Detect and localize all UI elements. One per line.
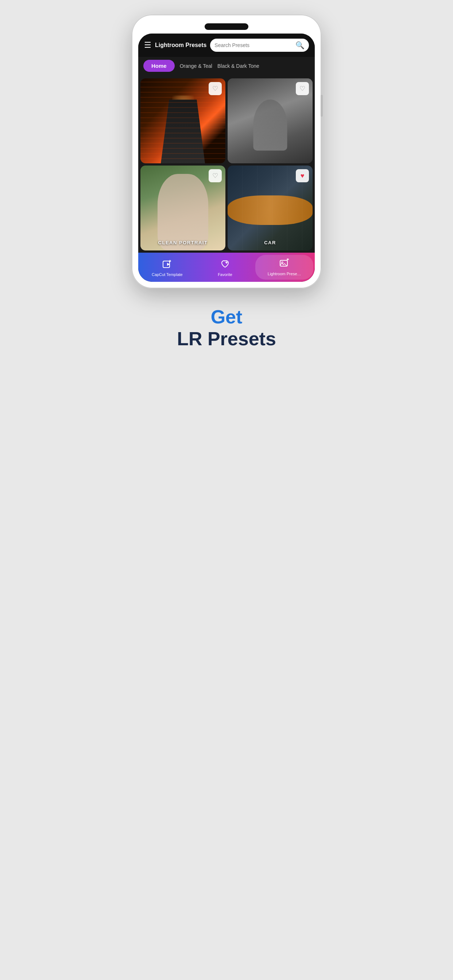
favorite-button-1[interactable]: ♡ bbox=[209, 82, 222, 95]
tab-home[interactable]: Home bbox=[144, 60, 175, 72]
phone-notch bbox=[205, 23, 248, 30]
preset-card-2[interactable]: ♡ bbox=[228, 78, 313, 163]
preset-card-4[interactable]: ♥ CAR bbox=[228, 165, 313, 250]
favorite-button-2[interactable]: ♡ bbox=[296, 82, 309, 95]
promo-section: Get LR Presets bbox=[177, 307, 276, 350]
nav-lightroom[interactable]: Lightroom Prese… bbox=[255, 255, 313, 280]
phone-notch-bar bbox=[138, 21, 315, 32]
heart-icon-1: ♡ bbox=[212, 84, 218, 92]
nav-capcut-label: CapCut Template bbox=[152, 272, 183, 277]
nav-favorite[interactable]: Favorite bbox=[196, 253, 254, 282]
promo-subtitle-text: LR Presets bbox=[177, 328, 276, 350]
heart-icon-2: ♡ bbox=[300, 84, 305, 92]
heart-icon-4: ♥ bbox=[301, 172, 305, 180]
bottom-nav: CapCut Template Favorite bbox=[138, 253, 315, 282]
nav-capcut[interactable]: CapCut Template bbox=[138, 253, 196, 282]
preset-grid: ♡ ♡ ♡ CLEAN PORTRAIT bbox=[138, 76, 315, 253]
search-input[interactable] bbox=[214, 42, 293, 48]
preset-card-1[interactable]: ♡ bbox=[140, 78, 225, 163]
heart-plus-icon bbox=[220, 259, 230, 271]
tab-orange-teal[interactable]: Orange & Teal bbox=[180, 63, 212, 69]
preset-label-3: CLEAN PORTRAIT bbox=[140, 240, 225, 245]
image-plus-icon bbox=[279, 258, 290, 270]
favorite-button-4[interactable]: ♥ bbox=[296, 169, 309, 182]
app-title: Lightroom Presets bbox=[155, 42, 206, 48]
favorite-button-3[interactable]: ♡ bbox=[209, 169, 222, 182]
category-tabs: Home Orange & Teal Black & Dark Tone bbox=[138, 57, 315, 76]
search-button[interactable]: 🔍 bbox=[295, 41, 305, 49]
preset-card-3[interactable]: ♡ CLEAN PORTRAIT bbox=[140, 165, 225, 250]
capcut-icon bbox=[162, 259, 172, 271]
app-header: ☰ Lightroom Presets 🔍 bbox=[138, 33, 315, 57]
nav-favorite-label: Favorite bbox=[218, 272, 232, 277]
promo-get-text: Get bbox=[177, 307, 276, 328]
search-bar[interactable]: 🔍 bbox=[210, 39, 309, 52]
preset-label-4: CAR bbox=[228, 240, 313, 245]
nav-lightroom-label: Lightroom Prese… bbox=[268, 272, 301, 276]
phone-wrapper: ☰ Lightroom Presets 🔍 Home Orange & Teal… bbox=[132, 14, 321, 288]
tab-black-dark[interactable]: Black & Dark Tone bbox=[217, 63, 259, 69]
phone-screen: ☰ Lightroom Presets 🔍 Home Orange & Teal… bbox=[138, 33, 315, 282]
heart-icon-3: ♡ bbox=[212, 172, 218, 180]
hamburger-menu-icon[interactable]: ☰ bbox=[144, 41, 152, 49]
